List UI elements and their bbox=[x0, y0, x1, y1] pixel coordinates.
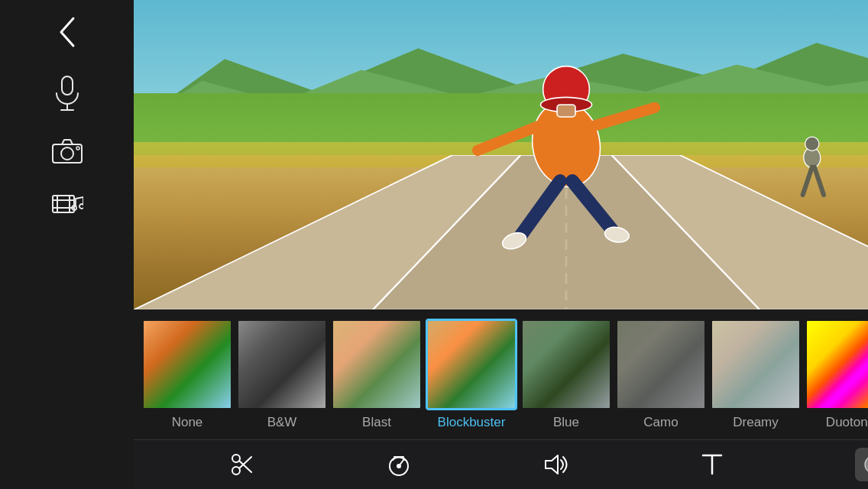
film-music-icon[interactable] bbox=[51, 191, 83, 225]
filter-blast-label: Blast bbox=[362, 415, 391, 430]
camera-icon[interactable] bbox=[51, 138, 83, 170]
filter-none-thumb bbox=[144, 321, 231, 408]
svg-point-38 bbox=[397, 465, 400, 468]
back-button[interactable] bbox=[57, 15, 78, 53]
svg-line-31 bbox=[815, 167, 824, 195]
microphone-icon[interactable] bbox=[53, 75, 81, 117]
video-background bbox=[134, 0, 868, 309]
filter-blockbuster[interactable]: Blockbuster bbox=[426, 319, 517, 430]
svg-line-24 bbox=[520, 181, 560, 236]
filter-none[interactable]: None bbox=[141, 319, 233, 430]
filter-dreamy[interactable]: Dreamy bbox=[710, 319, 802, 430]
app-container: None B&W Blast Blockbus bbox=[0, 0, 868, 489]
filter-blue-thumb bbox=[523, 321, 610, 408]
svg-line-30 bbox=[803, 167, 812, 195]
filter-blast-thumb bbox=[333, 321, 420, 408]
svg-point-12 bbox=[79, 204, 83, 209]
speed-tool[interactable] bbox=[387, 452, 411, 477]
filter-dreamy-label: Dreamy bbox=[733, 415, 779, 430]
text-tool[interactable] bbox=[701, 452, 723, 477]
filters-tool[interactable] bbox=[855, 448, 868, 481]
svg-line-20 bbox=[478, 126, 539, 151]
volume-tool[interactable] bbox=[542, 452, 570, 477]
svg-point-43 bbox=[865, 456, 868, 473]
svg-rect-23 bbox=[557, 105, 575, 117]
filter-dreamy-thumb bbox=[712, 321, 799, 408]
svg-point-5 bbox=[76, 147, 79, 150]
filter-none-label: None bbox=[172, 415, 203, 430]
filter-strip: None B&W Blast Blockbus bbox=[134, 309, 868, 439]
svg-marker-40 bbox=[546, 455, 558, 474]
svg-point-29 bbox=[805, 137, 819, 151]
filter-bw-thumb bbox=[238, 321, 326, 408]
filter-bw-label: B&W bbox=[267, 415, 297, 430]
svg-line-19 bbox=[594, 108, 655, 126]
svg-point-4 bbox=[61, 147, 73, 160]
filter-blue-label: Blue bbox=[553, 415, 579, 430]
filter-duotone-label: Duotone bbox=[826, 415, 868, 430]
filter-duotone[interactable]: Duotone bbox=[805, 319, 868, 430]
filter-blast[interactable]: Blast bbox=[331, 319, 423, 430]
scissors-tool[interactable] bbox=[230, 452, 254, 477]
filter-camo[interactable]: Camo bbox=[615, 319, 707, 430]
filter-blue[interactable]: Blue bbox=[520, 319, 612, 430]
svg-rect-0 bbox=[62, 76, 73, 95]
filter-duotone-thumb bbox=[807, 321, 868, 408]
filter-camo-label: Camo bbox=[643, 415, 678, 430]
filter-camo-thumb bbox=[617, 321, 704, 408]
filter-bw[interactable]: B&W bbox=[236, 319, 328, 430]
filter-blockbuster-label: Blockbuster bbox=[438, 415, 506, 430]
svg-line-25 bbox=[572, 181, 612, 230]
svg-rect-6 bbox=[53, 196, 74, 212]
filter-blockbuster-thumb bbox=[428, 321, 515, 408]
left-sidebar bbox=[0, 0, 134, 489]
middle-main: None B&W Blast Blockbus bbox=[134, 0, 868, 489]
bottom-toolbar bbox=[134, 439, 868, 489]
video-preview bbox=[134, 0, 868, 309]
